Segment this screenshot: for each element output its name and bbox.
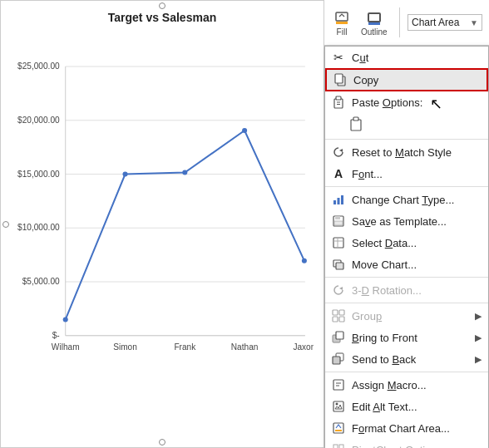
- svg-rect-3: [368, 22, 380, 25]
- paste-clipboard-icon: [348, 116, 363, 134]
- svg-rect-54: [336, 332, 343, 339]
- menu-item-select-data[interactable]: Select Data...: [325, 232, 488, 254]
- svg-rect-43: [333, 238, 343, 248]
- svg-rect-34: [351, 120, 361, 130]
- pivotchart-icon: [330, 443, 347, 448]
- fill-button[interactable]: Fill: [329, 7, 354, 38]
- separator-3: [325, 277, 488, 278]
- menu-item-paste-icons[interactable]: [325, 113, 488, 137]
- menu-item-paste[interactable]: Paste Options:: [325, 91, 488, 113]
- pivotchart-label: PivotChart Options...: [352, 444, 482, 449]
- rotation-icon: [330, 283, 347, 297]
- svg-text:$10,000.00: $10,000.00: [17, 223, 60, 232]
- chart-area-label: Chart Area: [412, 17, 459, 28]
- paste-label: Paste Options:: [352, 96, 482, 109]
- cut-label: Cut: [352, 52, 482, 64]
- group-arrow: ▶: [475, 311, 482, 322]
- menu-item-assign-macro[interactable]: Assign Macro...: [325, 374, 488, 396]
- svg-rect-2: [368, 13, 380, 22]
- svg-rect-38: [338, 198, 340, 204]
- menu-item-save-template[interactable]: Save as Template...: [325, 210, 488, 232]
- assign-macro-icon: [330, 378, 347, 391]
- svg-rect-60: [333, 401, 343, 411]
- menu-item-chart-type[interactable]: Change Chart Type...: [325, 189, 488, 210]
- svg-marker-48: [339, 287, 343, 290]
- svg-point-21: [242, 128, 247, 133]
- svg-rect-63: [335, 430, 342, 431]
- svg-rect-51: [333, 317, 338, 322]
- bring-front-arrow: ▶: [475, 332, 482, 343]
- assign-macro-label: Assign Macro...: [352, 379, 482, 391]
- move-chart-icon: [330, 258, 347, 271]
- bring-front-icon: [330, 331, 347, 344]
- edit-alt-icon: [330, 400, 347, 413]
- menu-item-copy[interactable]: Copy: [325, 68, 488, 91]
- menu-item-format-chart[interactable]: Format Chart Area...: [325, 417, 488, 439]
- reset-label: Reset to Match Style: [352, 146, 482, 159]
- svg-text:Wilham: Wilham: [52, 342, 80, 352]
- separator-4: [325, 303, 488, 303]
- menu-item-edit-alt[interactable]: Edit Alt Text...: [325, 396, 488, 417]
- separator-1: [325, 139, 488, 140]
- svg-rect-31: [336, 96, 341, 100]
- chart-title: Target vs Salesman: [11, 11, 314, 24]
- menu-item-send-back[interactable]: Send to Back ▶: [325, 348, 488, 370]
- svg-marker-36: [339, 149, 343, 152]
- group-icon: [330, 309, 347, 322]
- menu-item-bring-front[interactable]: Bring to Front ▶: [325, 327, 488, 348]
- fill-label: Fill: [337, 27, 348, 37]
- svg-text:Jaxon: Jaxon: [293, 342, 314, 352]
- svg-rect-37: [333, 200, 336, 204]
- svg-rect-30: [334, 99, 343, 108]
- svg-rect-47: [336, 263, 343, 269]
- svg-rect-29: [335, 74, 343, 83]
- chart-svg: $25,000.00 $20,000.00 $15,000.00 $10,000…: [11, 31, 314, 388]
- save-template-label: Save as Template...: [352, 215, 482, 228]
- svg-text:Simon: Simon: [113, 342, 137, 352]
- menu-item-font[interactable]: A Font...: [325, 163, 488, 185]
- svg-rect-41: [335, 216, 340, 219]
- svg-text:Frank: Frank: [174, 342, 196, 352]
- svg-point-20: [182, 170, 187, 175]
- rotation-label: 3-D Rotation...: [352, 284, 482, 297]
- menu-item-cut[interactable]: ✂ Cut: [325, 47, 488, 68]
- chart-area-dropdown[interactable]: Chart Area ▼: [408, 14, 482, 31]
- select-data-icon: [330, 236, 347, 249]
- svg-point-18: [63, 317, 68, 322]
- svg-rect-57: [333, 380, 343, 390]
- send-back-icon: [330, 352, 347, 366]
- select-data-label: Select Data...: [352, 237, 482, 249]
- menu-item-pivotchart: PivotChart Options...: [325, 439, 488, 448]
- svg-text:$25,000.00: $25,000.00: [17, 62, 60, 71]
- svg-rect-50: [339, 310, 344, 315]
- handle-bottom[interactable]: [159, 439, 165, 446]
- send-back-arrow: ▶: [475, 354, 482, 365]
- menu-item-move-chart[interactable]: Move Chart...: [325, 254, 488, 275]
- chart-area: Target vs Salesman $25,000.00 $20,000.00…: [0, 0, 324, 448]
- svg-rect-1: [336, 22, 348, 24]
- group-label: Group: [352, 310, 470, 322]
- chevron-down-icon: ▼: [470, 18, 478, 27]
- svg-text:$15,000.00: $15,000.00: [17, 170, 60, 179]
- svg-rect-65: [339, 445, 343, 448]
- outline-button[interactable]: Outline: [358, 7, 391, 38]
- copy-label: Copy: [353, 74, 480, 86]
- chart-type-icon: [330, 193, 347, 206]
- menu-item-reset[interactable]: Reset to Match Style: [325, 141, 488, 163]
- svg-text:$5,000.00: $5,000.00: [22, 277, 60, 286]
- svg-rect-42: [334, 221, 343, 225]
- handle-top[interactable]: [159, 2, 165, 9]
- reset-icon: [330, 145, 347, 159]
- handle-left[interactable]: [2, 221, 9, 228]
- paste-icon: [330, 96, 347, 109]
- format-chart-label: Format Chart Area...: [352, 422, 482, 435]
- outline-label: Outline: [361, 27, 388, 37]
- svg-text:$20,000.00: $20,000.00: [17, 116, 60, 125]
- format-chart-icon: [330, 421, 347, 435]
- svg-rect-49: [333, 310, 338, 315]
- svg-point-22: [302, 258, 307, 263]
- svg-rect-39: [341, 195, 343, 204]
- menu-item-group: Group ▶: [325, 305, 488, 327]
- separator-5: [325, 372, 488, 372]
- svg-point-19: [122, 172, 127, 177]
